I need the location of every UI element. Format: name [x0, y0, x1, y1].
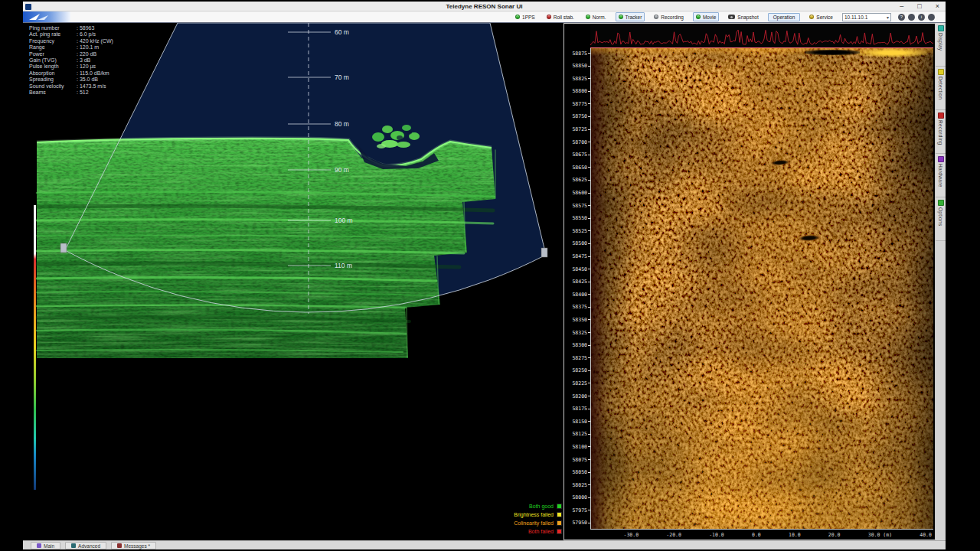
fan-left-handle[interactable] — [60, 243, 67, 253]
telemetry-label: Ping number — [29, 25, 77, 31]
bottom-tabs: MainAdvancedMessages * — [31, 541, 156, 549]
ping-axis-label: 58800 — [564, 89, 590, 94]
legend-swatch — [557, 529, 562, 534]
toolbar-item-roll-stab[interactable]: Roll stab. — [544, 12, 577, 21]
ping-axis-value: 58575 — [572, 203, 587, 209]
side-tab-options[interactable]: Options — [936, 197, 946, 241]
across-track-label: -20.0 — [666, 532, 681, 538]
side-tab-hardware[interactable]: Hardware — [936, 154, 946, 197]
across-track-label: -10.0 — [709, 532, 724, 538]
ping-axis-value: 58375 — [572, 304, 587, 310]
toolbar-item-movie[interactable]: Movie — [693, 12, 719, 21]
telemetry-label: Spreading — [29, 77, 77, 83]
ping-axis-value: 58825 — [572, 76, 587, 82]
legend-label: Brightness failed — [514, 512, 554, 517]
ping-axis-label: 58850 — [564, 64, 590, 69]
status-led — [619, 15, 623, 19]
ping-axis-value: 58175 — [572, 406, 587, 412]
status-led — [696, 15, 701, 19]
telemetry-label: Range — [29, 44, 77, 51]
chevron-down-icon: ▾ — [887, 15, 889, 20]
ping-axis-label: 58825 — [564, 76, 590, 81]
telemetry-value: 420 kHz (CW) — [77, 38, 113, 44]
toolbar-row: 1PPSRoll stab.Norm.TrackerRecordingMovie… — [513, 11, 935, 22]
toolbar-item-snapshot[interactable]: Snapshot — [726, 12, 760, 21]
side-tab-recording[interactable]: Recording — [936, 110, 946, 154]
settings-icon[interactable] — [908, 14, 915, 21]
ping-axis-label: 58650 — [564, 165, 590, 170]
maximize-button[interactable]: □ — [917, 2, 921, 11]
ping-axis-label: 58775 — [564, 101, 590, 106]
toolbar-item-tracker[interactable]: Tracker — [616, 12, 645, 21]
waterfall-shading — [591, 48, 933, 529]
ping-axis-label: 58525 — [564, 228, 590, 233]
ping-axis-label: 58375 — [564, 305, 590, 310]
toolbar-item-service[interactable]: Service — [807, 12, 835, 21]
sector-sonar-view[interactable]: 60 m70 m80 m90 m100 m110 m — [23, 23, 564, 540]
ping-axis-label: 58400 — [564, 292, 590, 297]
bottom-bar: MainAdvancedMessages * — [23, 540, 946, 549]
close-button[interactable]: × — [936, 2, 939, 11]
bottom-tab-messages[interactable]: Messages * — [111, 542, 156, 549]
toolbar-item-norm[interactable]: Norm. — [583, 12, 609, 21]
ping-axis-label: 58100 — [564, 444, 590, 449]
side-tab-label: Hardware — [938, 164, 943, 187]
toolbar-item-label: Movie — [703, 15, 716, 20]
telemetry-value: 6.0 p/s — [77, 31, 96, 37]
status-led — [654, 15, 658, 19]
operation-button[interactable]: Operation — [768, 13, 801, 21]
options-icon — [938, 200, 944, 206]
telemetry-label: Power — [29, 51, 77, 57]
telemetry-row-act-ping-rate: Act. ping rate6.0 p/s — [29, 31, 113, 37]
bottom-tab-advanced[interactable]: Advanced — [65, 542, 106, 549]
bottom-tab-main[interactable]: Main — [31, 542, 60, 549]
telemetry-label: Gain (TVG) — [29, 57, 77, 64]
toolbar-item-recording[interactable]: Recording — [652, 12, 686, 21]
ping-axis-value: 58050 — [572, 469, 587, 475]
side-tab-label: Options — [938, 207, 943, 227]
toolbar-item-label: 1PPS — [522, 15, 535, 20]
status-led — [515, 15, 520, 19]
side-tab-label: Recording — [938, 120, 943, 145]
telemetry-row-pulse-length: Pulse length120 µs — [29, 64, 113, 70]
side-tab-detection[interactable]: Detection — [936, 67, 946, 110]
minimize-button[interactable]: – — [900, 2, 903, 11]
toolbar-item-label: Recording — [661, 15, 684, 20]
ping-axis-label: 58175 — [564, 406, 590, 412]
ip-address-combo[interactable]: 10.11.10.1 ▾ — [842, 13, 891, 21]
ping-axis-value: 58800 — [572, 88, 587, 94]
telemetry-row-range: Range120.1 m — [29, 44, 113, 51]
ping-axis-value: 58150 — [572, 419, 587, 425]
telemetry-row-gain-tvg: Gain (TVG)3 dB — [29, 57, 113, 64]
telemetry-value: 115.0 dB/km — [77, 70, 109, 76]
intensity-colorbar — [34, 205, 36, 490]
waterfall-display[interactable] — [590, 48, 933, 530]
ping-axis-value: 58100 — [572, 444, 587, 450]
ping-axis-label: 58325 — [564, 330, 590, 335]
ping-axis-label: 58075 — [564, 457, 590, 462]
ping-axis-value: 58875 — [572, 51, 587, 57]
power-icon[interactable] — [928, 14, 935, 21]
help-icon[interactable]: ? — [898, 14, 905, 21]
fan-right-handle[interactable] — [541, 248, 547, 257]
ping-axis-value: 58425 — [572, 279, 587, 285]
ping-axis-value: 58400 — [572, 292, 587, 298]
dark-target-blob — [805, 50, 860, 55]
toolbar-item-label: Roll stab. — [554, 15, 574, 20]
status-led — [547, 15, 551, 19]
toolbar-status-items: 1PPSRoll stab.Norm.TrackerRecordingMovie… — [513, 11, 761, 22]
ping-axis-value: 58000 — [572, 494, 587, 500]
bottom-tab-label: Main — [44, 543, 54, 549]
across-track-label: 0.0 — [752, 532, 761, 538]
toolbar-item-1pps[interactable]: 1PPS — [513, 12, 537, 21]
telemetry-value: 512 — [77, 90, 89, 95]
telemetry-row-spreading: Spreading35.0 dB — [29, 77, 113, 83]
ping-axis-value: 58475 — [572, 253, 587, 259]
status-led — [809, 15, 814, 19]
info-icon[interactable]: i — [918, 14, 925, 21]
range-label: 110 m — [335, 262, 352, 269]
ping-axis-label: 58350 — [564, 317, 590, 322]
ping-axis-label: 58575 — [564, 203, 590, 208]
telemetry-label: Beams — [29, 90, 77, 96]
side-tab-display[interactable]: Display — [936, 23, 946, 67]
